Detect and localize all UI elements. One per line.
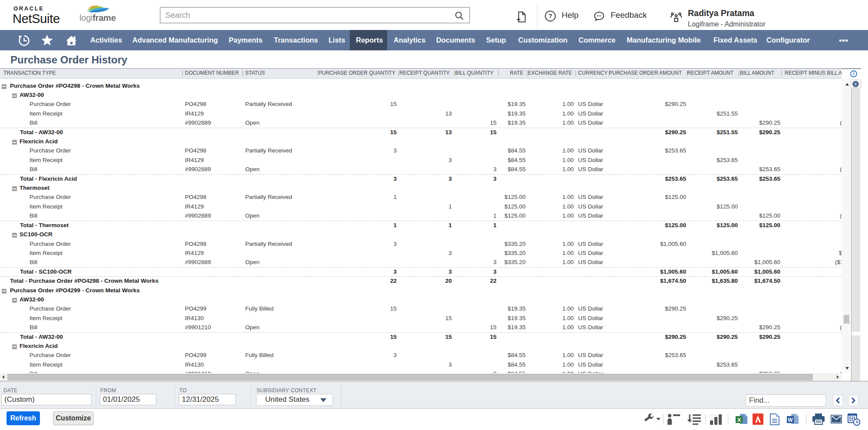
svg-text:X: X — [737, 417, 741, 423]
svg-text:?: ? — [549, 13, 552, 20]
svg-text:W: W — [788, 417, 793, 423]
